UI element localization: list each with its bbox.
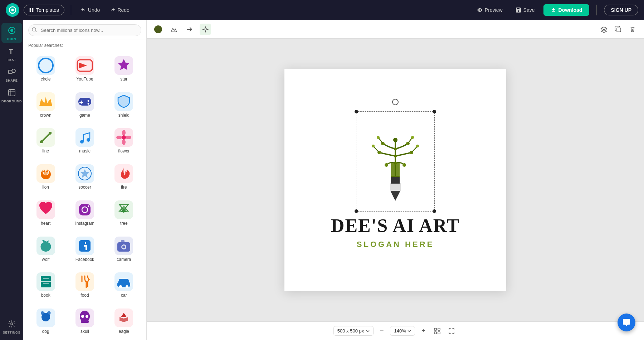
- icon-cell-line[interactable]: line: [27, 124, 64, 159]
- handle-tl[interactable]: [355, 110, 358, 113]
- rotate-handle[interactable]: [392, 99, 399, 105]
- duplicate-button[interactable]: [613, 24, 624, 35]
- canvas-slogan[interactable]: SLOGAN HERE: [357, 240, 434, 249]
- sidebar-item-bkground[interactable]: BKGROUND: [1, 85, 22, 105]
- icon-cell-dog[interactable]: dog: [27, 304, 64, 339]
- icon-cell-soccer[interactable]: soccer: [66, 160, 103, 194]
- icon-label-dog: dog: [42, 329, 49, 334]
- app-logo[interactable]: [6, 3, 19, 17]
- icon-thumb-book: [36, 272, 55, 291]
- layers-button[interactable]: [598, 24, 610, 35]
- signup-button[interactable]: SIGN UP: [604, 5, 638, 15]
- zoom-plus-button[interactable]: +: [418, 326, 429, 336]
- sidebar: ICON T TEXT SHAPE BKGR: [0, 20, 23, 340]
- icon-cell-lion[interactable]: lion: [27, 160, 64, 194]
- icon-label-line: line: [42, 149, 49, 154]
- style-button-1[interactable]: [168, 24, 180, 35]
- icon-cell-crown[interactable]: crown: [27, 88, 64, 122]
- search-input[interactable]: [28, 24, 141, 36]
- icon-cell-shield[interactable]: shield: [105, 88, 143, 122]
- svg-point-20: [122, 130, 126, 136]
- icon-cell-skull[interactable]: skull: [66, 304, 103, 339]
- shape-icon: [8, 68, 16, 78]
- icon-cell-eagle[interactable]: eagle: [105, 304, 143, 339]
- icon-thumb-line: [36, 128, 55, 147]
- fit-view-button[interactable]: [446, 325, 457, 337]
- redo-button[interactable]: Redo: [107, 5, 132, 15]
- icon-thumb-Facebook: [75, 237, 94, 255]
- icon-thumb-flower: [114, 128, 133, 147]
- svg-rect-75: [438, 328, 440, 330]
- style-button-2[interactable]: [184, 24, 195, 35]
- sidebar-item-shape[interactable]: SHAPE: [1, 64, 22, 84]
- canvas-card[interactable]: DEE'S AI ART SLOGAN HERE: [284, 69, 506, 291]
- grid-view-button[interactable]: [431, 325, 443, 337]
- icon-label-crown: crown: [40, 113, 52, 118]
- zoom-dropdown[interactable]: 140%: [390, 326, 415, 336]
- icon-label-music: music: [79, 149, 90, 154]
- icon-cell-flower[interactable]: flower: [105, 124, 143, 159]
- zoom-minus-button[interactable]: −: [376, 326, 387, 336]
- style-button-3[interactable]: [200, 24, 211, 35]
- icon-label-circle: circle: [41, 77, 51, 82]
- save-label: Save: [523, 7, 535, 13]
- color-picker[interactable]: [152, 24, 164, 35]
- size-label: 500 x 500 px: [337, 328, 364, 334]
- canvas-viewport[interactable]: DEE'S AI ART SLOGAN HERE: [147, 39, 644, 321]
- redo-label: Redo: [117, 7, 129, 13]
- icon-thumb-heart: [36, 200, 55, 219]
- svg-point-33: [88, 205, 89, 207]
- svg-point-3: [10, 29, 13, 32]
- icon-cell-book[interactable]: book: [27, 268, 64, 303]
- canvas-title[interactable]: DEE'S AI ART: [331, 215, 460, 236]
- svg-point-27: [46, 170, 48, 173]
- icon-label-soccer: soccer: [78, 185, 91, 190]
- svg-point-45: [126, 285, 128, 288]
- svg-point-37: [122, 246, 125, 248]
- sidebar-item-bkground-label: BKGROUND: [1, 99, 22, 103]
- icon-cell-circle[interactable]: circle: [27, 52, 64, 86]
- icon-thumb-fire: [114, 164, 133, 183]
- download-button[interactable]: Download: [543, 4, 590, 16]
- icon-cell-star[interactable]: star: [105, 52, 143, 86]
- sidebar-item-text[interactable]: T TEXT: [1, 44, 22, 64]
- divider: [596, 5, 597, 15]
- svg-point-18: [87, 138, 90, 142]
- svg-rect-38: [121, 240, 125, 243]
- sidebar-item-settings[interactable]: SETTINGS: [1, 316, 22, 336]
- icon-cell-Facebook[interactable]: Facebook: [66, 232, 103, 267]
- icon-cell-fire[interactable]: fire: [105, 160, 143, 194]
- icon-cell-music[interactable]: music: [66, 124, 103, 159]
- templates-button[interactable]: Templates: [24, 5, 64, 15]
- size-dropdown[interactable]: 500 x 500 px: [333, 326, 374, 336]
- topbar: Templates Undo Redo Preview Save Downloa…: [0, 0, 644, 20]
- icon-label-car: car: [121, 293, 127, 298]
- handle-tr[interactable]: [433, 110, 436, 113]
- icon-cell-tree[interactable]: tree: [105, 196, 143, 230]
- handle-bl[interactable]: [355, 209, 358, 213]
- icon-thumb-shield: [114, 92, 133, 111]
- icon-cell-Instagram[interactable]: Instagram: [66, 196, 103, 230]
- icon-cell-YouTube[interactable]: YouTube: [66, 52, 103, 86]
- icon-thumb-skull: [75, 309, 94, 327]
- icon-cell-game[interactable]: game: [66, 88, 103, 122]
- icon-label-lion: lion: [42, 185, 49, 190]
- icon-label-eagle: eagle: [119, 329, 129, 334]
- save-button[interactable]: Save: [511, 5, 539, 15]
- icon-cell-food[interactable]: food: [66, 268, 103, 303]
- undo-button[interactable]: Undo: [78, 5, 103, 15]
- sidebar-item-icon[interactable]: ICON: [1, 23, 22, 43]
- svg-point-17: [80, 140, 84, 144]
- icon-cell-car[interactable]: car: [105, 268, 143, 303]
- logo-element[interactable]: [356, 111, 435, 212]
- icon-cell-heart[interactable]: heart: [27, 196, 64, 230]
- sidebar-item-icon-label: ICON: [7, 37, 16, 41]
- icon-cell-camera[interactable]: camera: [105, 232, 143, 267]
- handle-br[interactable]: [433, 209, 436, 213]
- delete-button[interactable]: [627, 24, 638, 35]
- popular-label: Popular searches:: [23, 39, 146, 50]
- icon-cell-wolf[interactable]: wolf: [27, 232, 64, 267]
- preview-button[interactable]: Preview: [473, 5, 507, 15]
- sidebar-item-shape-label: SHAPE: [6, 79, 18, 82]
- chat-bubble[interactable]: [618, 314, 635, 331]
